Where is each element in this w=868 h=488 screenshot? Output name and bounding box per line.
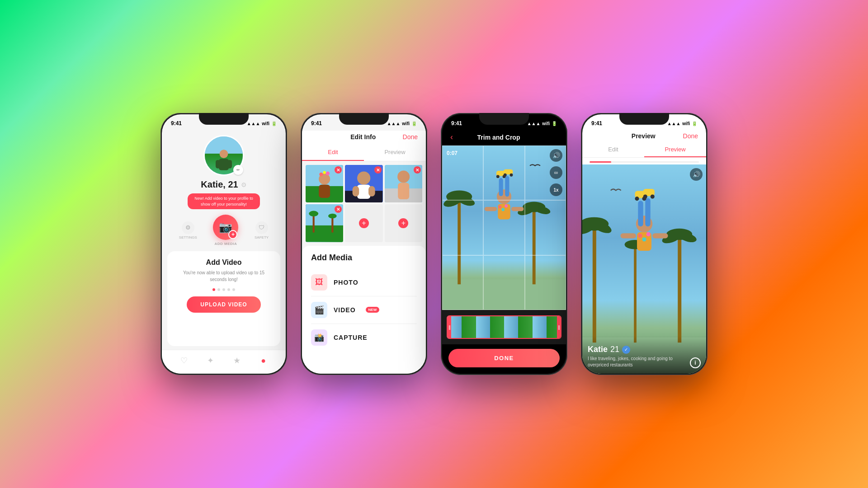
add-media-sheet: Add Media 🖼 PHOTO 🎬 VIDEO NEW 📸 CAPTURE (302, 246, 426, 374)
phone-2: 9:41 ▲▲▲ wifi 🔋 Edit Info Done Edit Prev… (301, 113, 427, 375)
photo-cell-1[interactable]: ✕ (306, 165, 343, 202)
sheet-option-capture[interactable]: 📸 CAPTURE (311, 324, 417, 351)
time-4: 9:41 (591, 120, 602, 127)
svg-point-73 (643, 195, 647, 199)
settings-btn[interactable]: ⚙ SETTINGS (179, 221, 197, 239)
strip-seg-3 (476, 316, 490, 338)
preview-tab-preview[interactable]: Preview (644, 142, 706, 157)
svg-point-0 (220, 150, 228, 158)
dot-1 (212, 288, 215, 291)
avatar-edit-btn[interactable]: ✏ (233, 165, 243, 175)
battery-icon-2: 🔋 (411, 121, 417, 126)
safety-label: SAFETY (255, 235, 269, 239)
status-icons-4: ▲▲▲ wifi 🔋 (667, 121, 697, 126)
dots-row-1 (175, 288, 273, 291)
add-photo-btn-1[interactable]: + (359, 218, 369, 228)
photo-cell-4[interactable]: ✕ (306, 204, 343, 242)
loop-btn-3[interactable]: ∞ (550, 166, 562, 179)
notch-1 (199, 113, 249, 125)
svg-point-64 (638, 234, 642, 238)
photo-cell-3[interactable]: ✕ (385, 165, 422, 202)
time-2: 9:41 (311, 120, 322, 127)
video-label: VIDEO (334, 306, 356, 314)
sheet-option-video[interactable]: 🎬 VIDEO NEW (311, 296, 417, 324)
add-video-card: Add Video You're now able to upload vide… (167, 251, 280, 346)
add-media-btn[interactable]: 📷 (213, 215, 238, 240)
avatar-section: ✏ (203, 135, 244, 176)
svg-point-10 (323, 171, 326, 174)
photo-grid: ✕ ✕ (302, 161, 426, 246)
dot-2 (217, 288, 220, 291)
card-title-1: Add Video (175, 258, 273, 267)
edit-info-done[interactable]: Done (403, 133, 418, 141)
new-badge: NEW (366, 307, 380, 313)
add-photo-btn-2[interactable]: + (398, 218, 408, 228)
wifi-icon-1: wifi (262, 121, 269, 126)
sheet-option-photo[interactable]: 🖼 PHOTO (311, 269, 417, 296)
preview-progress (582, 158, 706, 164)
time-3: 9:41 (451, 120, 462, 127)
grid-cell-9 (525, 255, 566, 310)
like-icon[interactable]: ♡ (178, 355, 190, 366)
speed-btn-3[interactable]: 1x (550, 183, 562, 196)
battery-icon-4: 🔋 (692, 121, 697, 126)
profile-icon[interactable]: ● (258, 355, 269, 366)
svg-rect-56 (678, 235, 681, 343)
trim-strip-bg (448, 316, 561, 338)
trim-title: Trim and Crop (477, 134, 520, 141)
sound-btn-4[interactable]: 🔊 (690, 168, 703, 181)
superlike-icon[interactable]: ★ (231, 355, 243, 366)
svg-rect-60 (634, 245, 637, 343)
phones-container: 9:41 ▲▲▲ wifi 🔋 (0, 0, 868, 488)
photo-cell-add-1[interactable]: + (345, 204, 382, 242)
svg-rect-67 (638, 201, 643, 227)
trim-strip-inner[interactable]: ‖ ‖ (447, 315, 561, 339)
grid-cell-5 (483, 200, 524, 255)
photo-cell-2[interactable]: ✕ (345, 165, 382, 202)
svg-rect-25 (331, 216, 333, 232)
back-btn-3[interactable]: ‹ (450, 132, 453, 142)
notch-2 (339, 113, 389, 125)
verified-badge: ✓ (622, 346, 630, 354)
phone1-content: ✏ Katie, 21 ⚙ New! Add video to your pro… (162, 131, 286, 350)
card-desc-1: You're now able to upload video up to 15… (175, 269, 273, 283)
svg-rect-52 (593, 224, 596, 343)
wifi-icon-3: wifi (542, 121, 550, 126)
done-btn-3[interactable]: DONE (448, 349, 560, 367)
trim-handle-right[interactable]: ‖ (557, 316, 561, 338)
phone-3: 9:41 ▲▲▲ wifi 🔋 ‹ Trim and Crop (441, 113, 567, 375)
svg-rect-68 (645, 198, 650, 227)
preview-done[interactable]: Done (683, 132, 698, 140)
notch-3 (479, 113, 529, 125)
svg-point-70 (635, 197, 639, 201)
notch-4 (619, 113, 669, 125)
boost-icon[interactable]: ✦ (205, 355, 217, 366)
photo-cell-add-2[interactable]: + (385, 204, 422, 242)
video-preview-3: 0:07 🔊 ∞ 1x (442, 145, 566, 310)
preview-profile-bar: Katie 21 ✓ I like traveling, jokes, cook… (582, 336, 706, 374)
svg-point-13 (357, 172, 370, 185)
grid-cell-2 (483, 145, 524, 200)
safety-btn[interactable]: 🛡 SAFETY (255, 221, 269, 239)
preview-header: Preview Done (582, 131, 706, 142)
camera-icon: 📷 (219, 221, 232, 234)
sound-btn-3[interactable]: 🔊 (550, 149, 562, 162)
upload-video-btn[interactable]: UPLOAD VIDEO (187, 296, 260, 313)
preview-tab-edit[interactable]: Edit (582, 142, 644, 157)
trim-handle-left[interactable]: ‖ (448, 316, 451, 338)
svg-rect-2 (216, 160, 220, 169)
status-icons-3: ▲▲▲ wifi 🔋 (527, 121, 557, 126)
photo-remove-3[interactable]: ✕ (414, 166, 421, 174)
tab-row-2: Edit Preview (302, 144, 426, 161)
svg-point-8 (319, 173, 323, 176)
preview-tabs: Edit Preview (582, 142, 706, 158)
video-time-badge: 0:07 (447, 150, 458, 156)
user-name-1: Katie, 21 (201, 179, 238, 190)
photo-remove-2[interactable]: ✕ (374, 166, 382, 174)
phone2-header: Edit Info Done (302, 131, 426, 144)
tab-preview[interactable]: Preview (364, 144, 426, 161)
strip-seg-2 (462, 316, 476, 338)
wifi-icon-4: wifi (682, 121, 690, 126)
info-btn-4[interactable]: i (690, 357, 701, 368)
tab-edit[interactable]: Edit (302, 144, 364, 161)
